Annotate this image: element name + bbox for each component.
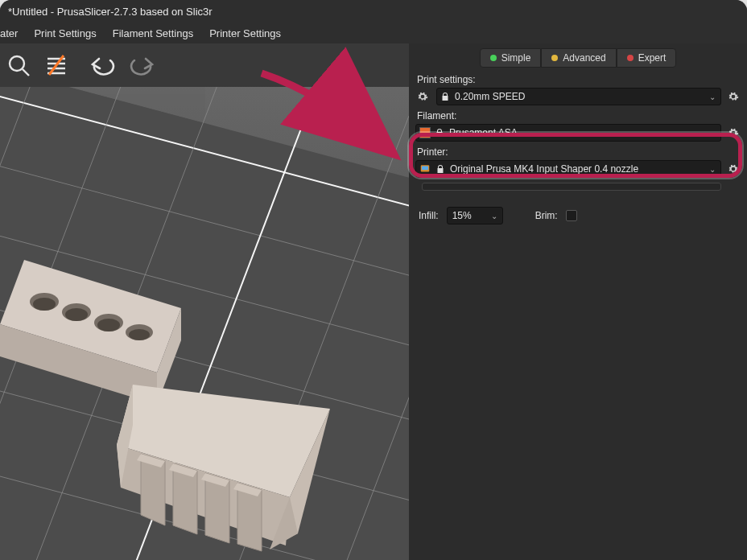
print-settings-gear[interactable] bbox=[726, 88, 741, 105]
infill-brim-row: Infill: 15% ⌄ Brim: bbox=[415, 207, 741, 224]
dot-icon bbox=[627, 55, 634, 61]
app-window: *Untitled - PrusaSlicer-2.7.3 based on S… bbox=[0, 0, 747, 560]
window-title: *Untitled - PrusaSlicer-2.7.3 based on S… bbox=[8, 6, 213, 18]
dot-icon bbox=[551, 55, 558, 61]
svg-point-24 bbox=[33, 298, 56, 311]
filament-gear[interactable] bbox=[726, 124, 741, 142]
brim-checkbox[interactable] bbox=[566, 210, 577, 221]
menu-printer-settings[interactable]: Printer Settings bbox=[201, 24, 289, 43]
3d-viewport[interactable] bbox=[0, 43, 409, 560]
chevron-down-icon: ⌄ bbox=[709, 93, 716, 101]
lock-icon bbox=[440, 92, 450, 101]
chevron-down-icon: ⌄ bbox=[709, 165, 716, 174]
svg-point-27 bbox=[129, 329, 150, 340]
menu-plater[interactable]: ater bbox=[0, 24, 26, 43]
titlebar: *Untitled - PrusaSlicer-2.7.3 based on S… bbox=[0, 0, 747, 23]
print-settings-value: 0.20mm SPEED bbox=[455, 91, 525, 102]
infill-label: Infill: bbox=[419, 210, 439, 221]
viewport-toolbar bbox=[0, 43, 409, 87]
mode-simple[interactable]: Simple bbox=[480, 48, 542, 68]
mode-advanced[interactable]: Advanced bbox=[541, 48, 616, 68]
infill-select[interactable]: 15% ⌄ bbox=[447, 207, 503, 224]
printer-icon bbox=[419, 163, 431, 175]
print-settings-label: Print settings: bbox=[417, 74, 739, 85]
menu-filament-settings[interactable]: Filament Settings bbox=[105, 24, 201, 43]
mode-expert-label: Expert bbox=[638, 52, 667, 64]
lock-icon bbox=[435, 128, 444, 138]
menu-print-settings[interactable]: Print Settings bbox=[26, 24, 104, 43]
filament-color-swatch[interactable] bbox=[419, 127, 431, 138]
printer-value: Original Prusa MK4 Input Shaper 0.4 nozz… bbox=[450, 163, 638, 175]
mode-switcher: Simple Advanced Expert bbox=[415, 48, 741, 68]
svg-line-42 bbox=[23, 69, 29, 76]
mode-advanced-label: Advanced bbox=[563, 52, 605, 64]
printer-label: Printer: bbox=[417, 146, 739, 158]
printer-select[interactable]: Original Prusa MK4 Input Shaper 0.4 nozz… bbox=[415, 160, 721, 178]
viewport-panel bbox=[0, 43, 409, 560]
svg-rect-49 bbox=[422, 167, 428, 171]
svg-point-25 bbox=[65, 308, 88, 321]
printer-gear[interactable] bbox=[726, 160, 741, 178]
filament-label: Filament: bbox=[417, 110, 739, 121]
zoom-button[interactable] bbox=[0, 47, 37, 84]
chevron-down-icon: ⌄ bbox=[491, 212, 497, 220]
brim-label: Brim: bbox=[535, 210, 558, 221]
printer-sub-panel bbox=[422, 183, 721, 191]
svg-point-26 bbox=[97, 319, 120, 331]
sidebar-panel: Simple Advanced Expert Print settings: bbox=[409, 43, 747, 560]
filament-value: Prusament ASA bbox=[449, 127, 518, 138]
mode-expert[interactable]: Expert bbox=[617, 48, 677, 68]
undo-button[interactable] bbox=[85, 47, 122, 84]
chevron-down-icon: ⌄ bbox=[709, 129, 716, 138]
print-settings-gear-left[interactable] bbox=[415, 88, 430, 105]
mode-simple-label: Simple bbox=[501, 52, 531, 64]
svg-point-41 bbox=[10, 56, 24, 71]
infill-value: 15% bbox=[452, 210, 472, 221]
print-settings-select[interactable]: 0.20mm SPEED ⌄ bbox=[436, 88, 721, 105]
redo-button[interactable] bbox=[122, 47, 159, 84]
filament-select[interactable]: Prusament ASA ⌄ bbox=[415, 124, 721, 142]
dot-icon bbox=[490, 55, 497, 61]
layers-button[interactable] bbox=[37, 47, 74, 84]
main-split: Simple Advanced Expert Print settings: bbox=[0, 43, 747, 560]
menubar: ater Print Settings Filament Settings Pr… bbox=[0, 23, 747, 43]
lock-icon bbox=[435, 164, 445, 174]
